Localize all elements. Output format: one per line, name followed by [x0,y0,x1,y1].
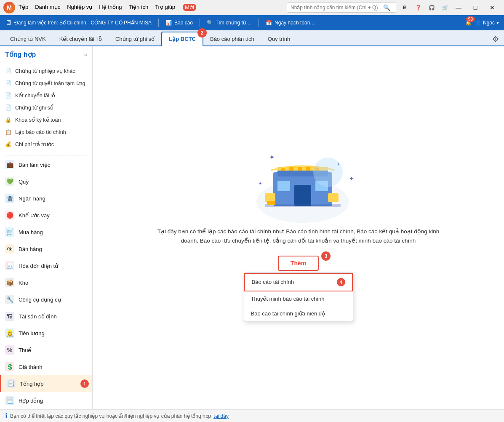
bank-icon: 🏦 [5,194,14,203]
doc-icon-4: 📄 [5,104,12,111]
sidebar-item-taisan[interactable]: 🏗 Tài sản cố định [0,308,92,325]
svg-rect-6 [298,167,302,171]
footer-text: Bạn có thể thiết lập các quy tắc nghiệp … [10,413,211,419]
sidebar-item-ketcuyen[interactable]: 📄 Kết chuyển lãi lỗ [0,89,92,101]
dropdown-item-thuyetminh[interactable]: Thuyết minh báo cáo tài chính [244,291,353,306]
monitor-icon[interactable]: 🖥 [400,3,410,13]
toolbar-report[interactable]: 📊 Báo cáo [165,20,193,26]
sidebar-item-lapbaocao[interactable]: 📋 Lập báo cáo tài chính [0,126,92,138]
tab-chungtu-nvk[interactable]: Chứng từ NVK [3,32,53,45]
sidebar-item-hoadon[interactable]: 🧾 Hóa đơn điện tử [0,257,92,274]
maximize-button[interactable]: □ [467,0,484,15]
dropdown-item-baocao[interactable]: Báo cáo tài chính 4 [244,273,353,291]
menu-tienich[interactable]: Tiện ích [129,4,149,11]
sidebar-item-chiphi[interactable]: 💰 Chi phí trả trước [0,138,92,150]
close-button[interactable]: ✕ [484,0,501,15]
user-info[interactable]: 👤 Ngoc ▾ [475,20,499,26]
sidebar-header: Tổng hợp « [0,46,92,63]
dropdown-step4-badge: 4 [337,278,345,286]
notification-btn[interactable]: 🔔 99 [465,20,472,26]
sidebar: Tổng hợp « 📄 Chứng từ nghiệp vụ khác 📄 C… [0,46,93,409]
sidebar-collapse-btn[interactable]: « [84,51,87,58]
settings-icon[interactable]: ⚙ [491,33,501,45]
svg-rect-14 [328,193,339,202]
toolbar-find[interactable]: 🔍 Tìm chứng từ ... [207,20,252,26]
asset-icon: 🏗 [5,312,14,321]
user-dropdown-arrow: ▾ [496,20,499,26]
sidebar-item-muahang[interactable]: 🛒 Mua hàng [0,224,92,240]
sidebar-item-chungtu-nvk[interactable]: 📄 Chứng từ nghiệp vụ khác [0,65,92,77]
sidebar-item-banlamviec[interactable]: 💼 Bàn làm việc [0,156,92,173]
search-input[interactable] [291,5,383,11]
user-icon: 👤 [475,20,481,26]
doc-icon: 📄 [5,68,12,74]
menu-hethong[interactable]: Hệ thống [99,4,122,11]
sidebar-item-thue[interactable]: % Thuế [0,342,92,358]
sidebar-nav: 💼 Bàn làm việc 💚 Quỹ 🏦 Ngân hàng 🔴 Khế ư… [0,156,92,409]
search-icon[interactable]: 🔍 [383,4,390,11]
title-bar: Tệp Danh mục Nghiệp vụ Hệ thống Tiện ích… [0,0,504,15]
sale-icon: 🛍 [5,244,14,254]
info-icon: ℹ [5,412,8,420]
sidebar-item-khoaso[interactable]: 🔒 Khóa sổ kỳ kế toán [0,114,92,126]
main-content: ✦ ✦ ✦ ✦ Tại đây bạn có thể lập các báo c… [93,46,504,409]
sidebar-item-kho[interactable]: 📦 Kho [0,274,92,291]
window-controls: — □ ✕ [450,0,501,15]
menu-trogiup[interactable]: Trợ giúp [155,4,175,11]
menu-nghiepvu[interactable]: Nghiệp vụ [67,4,92,11]
chart-icon: 📋 [5,129,12,135]
sidebar-item-giathanh[interactable]: 💲 Giá thành [0,358,92,375]
main-body: ✦ ✦ ✦ ✦ Tại đây bạn có thể lập các báo c… [93,46,504,409]
headset-icon[interactable]: 🎧 [427,3,437,13]
desk-icon: 💼 [5,160,14,169]
sidebar-item-banhang[interactable]: 🛍 Bán hàng [0,240,92,257]
sidebar-item-chungtu-ghiso[interactable]: 📄 Chứng từ ghi sổ [0,101,92,114]
sidebar-item-kheucvay[interactable]: 🔴 Khế ước vay [0,207,92,224]
svg-text:✦: ✦ [269,154,275,161]
contract-icon: 📃 [5,396,14,405]
cart-icon[interactable]: 🛒 [440,3,450,13]
tab-lapbctc[interactable]: Lập BCTC 2 [161,32,203,46]
add-button[interactable]: Thêm [278,256,319,271]
doc-icon-3: 📄 [5,92,12,99]
footer-link[interactable]: tại đây [213,413,229,419]
minimize-button[interactable]: — [450,0,467,15]
add-dropdown: Báo cáo tài chính 4 Thuyết minh báo cáo … [244,272,353,321]
tab-quytrinh[interactable]: Quy trình [261,32,297,45]
svg-rect-13 [265,193,275,202]
sidebar-item-hopdong[interactable]: 📃 Hợp đồng [0,392,92,409]
toolbar-sep1 [158,19,159,27]
svg-rect-10 [277,181,290,191]
sidebar-item-quy[interactable]: 💚 Quỹ [0,173,92,190]
search-bar[interactable]: 🔍 [287,3,396,13]
sidebar-title: Tổng hợp [5,51,36,59]
cost-icon: 💲 [5,362,14,371]
sidebar-item-congcu[interactable]: 🔧 Công cụ dụng cụ [0,291,92,308]
toolbar-right: 🔔 99 👤 Ngoc ▾ [465,20,499,26]
sidebar-item-nganhang[interactable]: 🏦 Ngân hàng [0,190,92,207]
footer-bar: ℹ Bạn có thể thiết lập các quy tắc nghiệ… [0,409,504,422]
description-text: Tại đây bạn có thể lập các báo cáo tài c… [151,227,446,245]
tab-baocao-phantich[interactable]: Báo cáo phân tích [203,32,261,45]
report-label: Báo cáo [174,20,193,26]
help-icon[interactable]: ❓ [413,3,423,13]
app-logo [3,2,15,13]
tab-chungtu-ghiso[interactable]: Chứng từ ghi sổ [109,32,161,45]
toolbar: 🖥 Đang làm việc trên: Sổ tài chính - CÔN… [0,15,504,30]
summary-icon: 📑 [6,379,16,388]
tab-ketcuyen[interactable]: Kết chuyển lãi, lỗ [53,32,109,45]
sidebar-item-tonghop[interactable]: 📑 Tổng hợp 1 [0,375,92,392]
sidebar-step1-badge: 1 [80,379,89,388]
menu-tep[interactable]: Tệp [19,4,28,11]
dropdown-item-giuniendo[interactable]: Báo cáo tài chính giữa niên độ [244,306,353,321]
invoice-icon: 🧾 [5,261,14,270]
sidebar-item-quyettoan[interactable]: 📄 Chứng từ quyết toán tạm ứng [0,77,92,89]
tax-icon: % [5,345,14,355]
salary-icon: 👷 [5,329,14,338]
svg-rect-5 [289,167,293,171]
toolbar-date[interactable]: 📅 Ngày hạch toán... [266,20,314,26]
toolbar-working-label: 🖥 Đang làm việc trên: Sổ tài chính - CÔN… [5,19,152,27]
menu-danhmuc[interactable]: Danh mục [35,4,60,11]
user-name: Ngoc [483,20,495,26]
sidebar-item-tienluong[interactable]: 👷 Tiên lương [0,325,92,342]
